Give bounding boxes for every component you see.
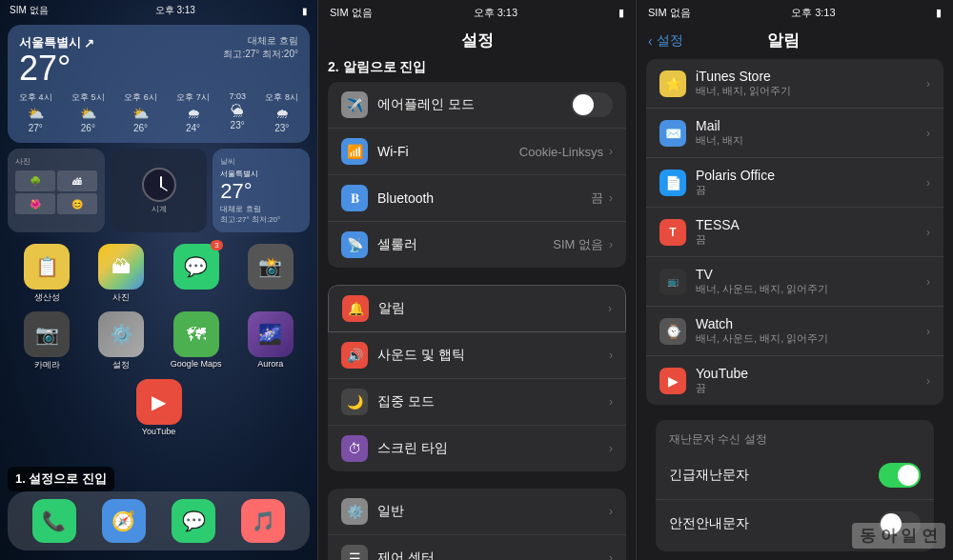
clock-widget-label: 시계: [152, 204, 167, 214]
nav-bar-notif: ‹ 설정 알림: [637, 26, 953, 59]
back-chevron-icon: ‹: [648, 33, 653, 49]
tessa-arrow: ›: [926, 226, 930, 239]
watch-arrow: ›: [926, 325, 930, 338]
polaris-name: Polaris Office: [696, 168, 926, 183]
polaris-arrow: ›: [926, 176, 930, 190]
focus-label: 집중 모드: [377, 393, 609, 410]
widget-photos: 사진 🌳 🏙 🌺 😊: [8, 149, 105, 232]
app-icon-camera2[interactable]: 📷 카메라: [13, 311, 80, 371]
settings-item-control[interactable]: ☰ 제어 센터 ›: [328, 535, 626, 560]
emergency-item-1[interactable]: 긴급재난문자: [656, 451, 934, 500]
weather-condition: 대체로 흐림: [223, 34, 298, 48]
battery-notif: ▮: [936, 7, 942, 19]
tessa-app-icon: T: [659, 219, 686, 246]
mail-info: Mail 배너, 배지: [696, 118, 926, 148]
carrier-label: SIM 없음: [10, 4, 49, 17]
app-icon-settings[interactable]: ⚙️ 설정: [88, 311, 154, 371]
settings-item-wifi[interactable]: 📶 Wi-Fi Cookie-Linksys ›: [328, 129, 626, 175]
dock-safari[interactable]: 🧭: [102, 499, 146, 543]
status-bar-notif: SIM 없음 오후 3:13 ▮: [637, 0, 953, 26]
tv-app-icon: 📺: [659, 269, 686, 295]
tv-info: TV 배너, 사운드, 배지, 읽어주기: [696, 267, 926, 296]
dock-phone[interactable]: 📞: [32, 499, 76, 543]
settings-item-airplane[interactable]: ✈️ 에어플레인 모드: [328, 82, 626, 129]
itunes-name: iTunes Store: [696, 69, 926, 84]
step-2-label: 2. 알림으로 진입: [328, 59, 626, 76]
watch-name: Watch: [696, 316, 926, 331]
cellular-icon: 📡: [341, 231, 368, 258]
weather-small-label: 날씨: [220, 156, 302, 167]
notif-item-watch[interactable]: ⌚ Watch 배너, 사운드, 배지, 읽어주기 ›: [646, 307, 943, 356]
airplane-label: 에어플레인 모드: [377, 96, 571, 113]
tv-name: TV: [696, 267, 926, 282]
settings-group-general: ⚙️ 일반 › ☰ 제어 센터 › AA 디스플레이 및 밝기 › 🏠 홈 화면…: [328, 489, 626, 560]
settings-item-general[interactable]: ⚙️ 일반 ›: [328, 489, 626, 535]
dock-music[interactable]: 🎵: [241, 499, 285, 543]
notif-item-tv[interactable]: 📺 TV 배너, 사운드, 배지, 읽어주기 ›: [646, 257, 943, 307]
mail-app-icon: ✉️: [659, 120, 686, 147]
app-icon-aurora[interactable]: 🌌 Aurora: [237, 311, 304, 371]
weather-widget: 서울특별시 ↗ 27° 대체로 흐림 최고:27° 최저:20° 오후 4시⛅2…: [8, 25, 310, 143]
wifi-label: Wi-Fi: [377, 144, 519, 159]
weather-temp: 27°: [19, 51, 94, 86]
emergency-label-1: 긴급재난문자: [669, 467, 879, 484]
watermark: 동 아 일 연: [852, 523, 945, 549]
notif-item-tessa[interactable]: T TESSA 끔 ›: [646, 208, 943, 257]
screentime-label: 스크린 타임: [377, 440, 609, 457]
battery-icon: ▮: [302, 6, 308, 16]
notif-item-youtube[interactable]: ▶ YouTube 끔 ›: [646, 356, 943, 405]
dock-messages[interactable]: 💬: [172, 499, 215, 543]
clock-face: [142, 168, 176, 202]
settings-item-sound[interactable]: 🔊 사운드 및 햅틱 ›: [328, 332, 626, 379]
dock: 📞 🧭 💬 🎵: [8, 491, 310, 550]
tessa-detail: 끔: [696, 232, 926, 247]
weather-small-range: 최고:27° 최저:20°: [220, 214, 302, 225]
airplane-toggle[interactable]: [571, 92, 613, 117]
time-label: 오후 3:13: [155, 4, 195, 17]
app-label-camera: 카메라: [34, 359, 60, 371]
settings-item-screentime[interactable]: ⏱ 스크린 타임 ›: [328, 426, 626, 471]
settings-list: ✈️ 에어플레인 모드 📶 Wi-Fi Cookie-Linksys › 𝐁 B…: [318, 82, 636, 560]
tv-detail: 배너, 사운드, 배지, 읽어주기: [696, 282, 926, 296]
sound-arrow: ›: [609, 349, 613, 362]
emergency-toggle-on[interactable]: [879, 463, 921, 488]
app-label-aurora: Aurora: [257, 359, 283, 369]
app-label-maps: Google Maps: [171, 359, 222, 369]
tessa-name: TESSA: [696, 217, 926, 232]
watch-detail: 배너, 사운드, 배지, 읽어주기: [696, 331, 926, 346]
airplane-icon: ✈️: [341, 91, 368, 118]
settings-item-focus[interactable]: 🌙 집중 모드 ›: [328, 379, 626, 426]
notif-item-itunes[interactable]: ⭐ iTunes Store 배너, 배지, 읽어주기 ›: [646, 59, 943, 109]
app-icon-maps[interactable]: 🗺 Google Maps: [163, 311, 230, 371]
time-notif: 오후 3:13: [791, 6, 835, 20]
app-icon-youtube-home[interactable]: ▶ YouTube: [136, 379, 182, 436]
mail-name: Mail: [696, 118, 926, 133]
back-button[interactable]: 설정: [657, 32, 683, 50]
widget-weather-small: 날씨 서울특별시 27° 대체로 흐림 최고:27° 최저:20°: [213, 149, 310, 232]
weather-forecast: 오후 4시⛅27° 오후 5시⛅26° 오후 6시⛅26° 오후 7시🌧24° …: [19, 91, 298, 133]
panel-home-screen: SIM 없음 오후 3:13 ▮ 서울특별시 ↗ 27° 대체로 흐림 최고:2…: [0, 0, 317, 560]
youtube-name: YouTube: [696, 366, 926, 381]
step-1-label: 1. 설정으로 진입: [8, 467, 114, 491]
app-icon-camera[interactable]: 📸: [237, 244, 304, 304]
tessa-info: TESSA 끔: [696, 217, 926, 247]
bluetooth-label: Bluetooth: [377, 190, 591, 206]
notif-item-mail[interactable]: ✉️ Mail 배너, 배지 ›: [646, 109, 943, 158]
notif-item-polaris[interactable]: 📄 Polaris Office 끔 ›: [646, 158, 943, 208]
cellular-arrow: ›: [609, 238, 613, 251]
tv-arrow: ›: [926, 275, 930, 289]
polaris-detail: 끔: [696, 183, 926, 197]
photos-widget-label: 사진: [15, 156, 97, 167]
notifications-nav-title: 알림: [683, 30, 884, 51]
control-label: 제어 센터: [377, 550, 609, 560]
settings-item-cellular[interactable]: 📡 셀룰러 SIM 없음 ›: [328, 222, 626, 268]
general-label: 일반: [377, 503, 609, 520]
battery-settings: ▮: [618, 7, 624, 19]
app-label-productivity: 생산성: [34, 291, 60, 304]
app-icon-productivity[interactable]: 📋 생산성: [13, 244, 80, 304]
app-icon-messages[interactable]: 💬 3: [163, 244, 230, 304]
app-icon-photos[interactable]: 🏔 사진: [88, 244, 154, 304]
settings-item-bluetooth[interactable]: 𝐁 Bluetooth 끔 ›: [328, 175, 626, 222]
settings-item-notifications[interactable]: 🔔 알림 ›: [328, 285, 626, 332]
carrier-settings: SIM 없음: [330, 6, 373, 20]
